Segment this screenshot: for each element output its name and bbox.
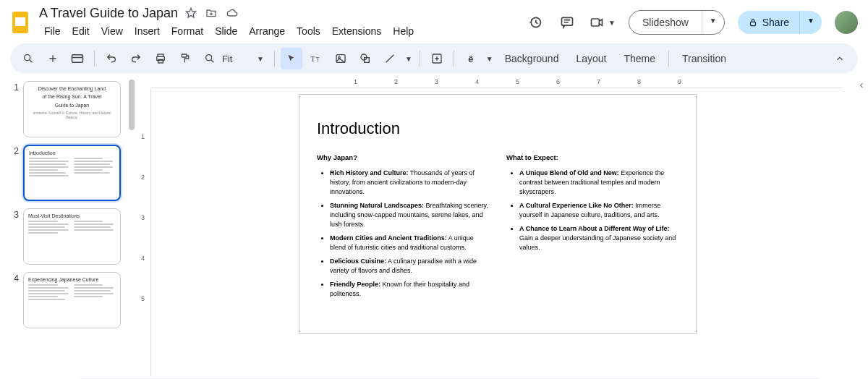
- share-dropdown[interactable]: ▼: [799, 11, 822, 34]
- select-tool-icon[interactable]: [281, 48, 302, 69]
- thumbnail-scrollbar[interactable]: [127, 77, 137, 376]
- meet-button[interactable]: ▼: [590, 15, 616, 30]
- bullet-item: A Chance to Learn About a Different Way …: [519, 224, 678, 252]
- thumb-number: 3: [7, 208, 19, 265]
- ruler-tick: 8: [637, 78, 641, 85]
- separator: [274, 51, 275, 67]
- header: A Travel Guide to Japan File Edit View I…: [0, 0, 868, 41]
- shape-icon[interactable]: [354, 48, 376, 69]
- thumb-title-line: of the Rising Sun: A Travel: [28, 94, 116, 100]
- paint-format-icon[interactable]: [174, 48, 196, 69]
- svg-rect-6: [750, 22, 755, 25]
- thumbnail-slide-4[interactable]: Experiencing Japanese Culture: [23, 272, 121, 328]
- menu-bar: File Edit View Insert Format Slide Arran…: [39, 22, 526, 40]
- text-box-icon[interactable]: TT: [305, 48, 327, 69]
- spellcheck-icon[interactable]: ê: [460, 48, 482, 69]
- comments-icon[interactable]: [558, 13, 576, 32]
- svg-text:T: T: [316, 56, 320, 63]
- menu-tools[interactable]: Tools: [292, 22, 326, 40]
- hide-panel-icon[interactable]: [855, 77, 868, 376]
- layout-button[interactable]: Layout: [569, 48, 613, 69]
- new-slide-layout-icon[interactable]: [67, 48, 88, 69]
- redo-icon[interactable]: [125, 48, 147, 69]
- ruler-tick: 5: [141, 295, 145, 302]
- svg-rect-5: [592, 19, 600, 26]
- horizontal-ruler: 1 2 3 4 5 6 7 8 9: [151, 77, 842, 88]
- slide-column-right[interactable]: What to Expect: A Unique Blend of Old an…: [506, 153, 678, 303]
- menu-extensions[interactable]: Extensions: [327, 22, 386, 40]
- ruler-tick: 2: [394, 78, 398, 85]
- line-dropdown[interactable]: ▼: [404, 55, 414, 63]
- share-button[interactable]: Share: [738, 11, 799, 34]
- slide[interactable]: Introduction Why Japan? Rich History and…: [299, 94, 697, 334]
- menu-slide[interactable]: Slide: [210, 22, 242, 40]
- svg-rect-4: [562, 17, 573, 25]
- title-area: A Travel Guide to Japan File Edit View I…: [39, 5, 526, 40]
- cloud-status-icon[interactable]: [226, 7, 239, 19]
- svg-marker-2: [186, 8, 195, 17]
- ruler-tick: 9: [678, 78, 681, 85]
- slide-column-left[interactable]: Why Japan? Rich History and Culture: Tho…: [317, 153, 489, 303]
- thumb-number: 2: [7, 145, 19, 201]
- menu-arrange[interactable]: Arrange: [244, 22, 290, 40]
- document-title[interactable]: A Travel Guide to Japan: [39, 6, 178, 21]
- svg-point-7: [25, 55, 30, 61]
- svg-text:T: T: [310, 55, 315, 63]
- thumb-subtitle: Immerse Yourself in Culture, History, an…: [28, 111, 116, 119]
- thumbnail-slide-1[interactable]: Discover the Enchanting Land of the Risi…: [23, 81, 121, 137]
- thumb-number: 1: [7, 81, 19, 137]
- zoom-icon[interactable]: [199, 48, 221, 69]
- zoom-value[interactable]: Fit: [222, 52, 251, 66]
- version-history-icon[interactable]: [526, 13, 545, 32]
- add-comment-icon[interactable]: [426, 48, 448, 69]
- ruler-tick: 6: [556, 78, 560, 85]
- thumb-heading: Introduction: [29, 150, 115, 156]
- share-button-group: Share ▼: [738, 11, 822, 34]
- menu-help[interactable]: Help: [388, 22, 419, 40]
- ruler-tick: 3: [141, 214, 145, 221]
- menu-edit[interactable]: Edit: [67, 22, 95, 40]
- ruler-tick: 1: [141, 133, 145, 140]
- theme-button[interactable]: Theme: [616, 48, 663, 69]
- undo-icon[interactable]: [101, 48, 122, 69]
- thumb-number: 4: [7, 272, 19, 328]
- zoom-dropdown[interactable]: ▼: [252, 55, 268, 63]
- bullet-item: Delicious Cuisine: A culinary paradise w…: [330, 257, 489, 276]
- slideshow-button[interactable]: Slideshow: [629, 11, 702, 34]
- menu-format[interactable]: Format: [166, 22, 208, 40]
- transition-button[interactable]: Transition: [675, 48, 733, 69]
- bottom-bar: Click to add speaker notes: [0, 376, 868, 379]
- spellcheck-dropdown[interactable]: ▼: [485, 55, 495, 63]
- new-slide-icon[interactable]: [42, 48, 64, 69]
- thumb-title-line: Discover the Enchanting Land: [28, 86, 116, 92]
- move-icon[interactable]: [205, 7, 217, 19]
- menu-view[interactable]: View: [96, 22, 128, 40]
- star-icon[interactable]: [185, 7, 197, 19]
- background-button[interactable]: Background: [498, 48, 566, 69]
- thumbnail-slide-3[interactable]: Must-Visit Destinations: [23, 208, 121, 265]
- menu-insert[interactable]: Insert: [129, 22, 165, 40]
- vertical-ruler: 1 2 3 4 5: [137, 88, 151, 376]
- account-avatar[interactable]: [835, 11, 858, 34]
- ruler-tick: 5: [516, 78, 519, 85]
- slide-title[interactable]: Introduction: [317, 119, 678, 138]
- bullet-item: A Cultural Experience Like No Other: Imm…: [519, 201, 678, 220]
- slide-canvas[interactable]: 1 2 3 4 5 6 7 8 9 1 2 3 4 5 1 Introducti…: [137, 77, 855, 376]
- ruler-tick: 2: [141, 174, 145, 181]
- svg-rect-12: [182, 54, 187, 57]
- hide-menus-icon[interactable]: [829, 48, 851, 69]
- slideshow-dropdown[interactable]: ▼: [702, 11, 724, 34]
- thumbnail-slide-2[interactable]: Introduction: [23, 145, 121, 201]
- bullet-item: Rich History and Culture: Thousands of y…: [330, 169, 489, 197]
- slides-app-icon[interactable]: [10, 9, 30, 35]
- toolbar: Fit ▼ TT ▼ ê ▼ Background Layout Theme T…: [10, 43, 858, 74]
- image-icon[interactable]: [330, 48, 352, 69]
- search-menus-icon[interactable]: [17, 48, 39, 69]
- separator: [668, 51, 669, 67]
- share-label: Share: [762, 17, 789, 28]
- print-icon[interactable]: [150, 48, 171, 69]
- svg-rect-1: [15, 17, 25, 26]
- line-icon[interactable]: [379, 48, 401, 69]
- menu-file[interactable]: File: [39, 22, 66, 40]
- bullet-item: A Unique Blend of Old and New: Experienc…: [519, 169, 678, 197]
